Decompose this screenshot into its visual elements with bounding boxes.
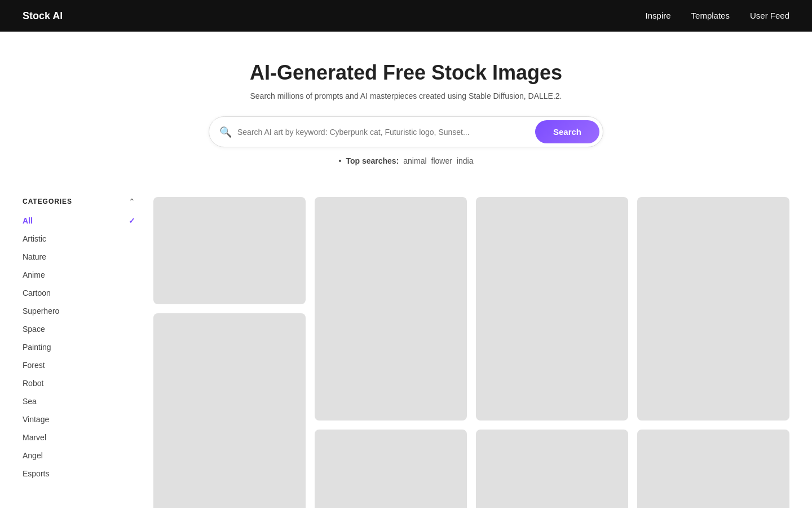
- check-icon: ✓: [129, 216, 135, 225]
- image-card[interactable]: [476, 197, 628, 421]
- image-card[interactable]: [153, 197, 306, 304]
- sidebar-category-cartoon[interactable]: Cartoon: [23, 288, 135, 297]
- sidebar-category-forest[interactable]: Forest: [23, 361, 135, 370]
- nav-inspire[interactable]: Inspire: [646, 11, 671, 20]
- top-search-india[interactable]: india: [457, 156, 474, 165]
- sidebar-category-nature[interactable]: Nature: [23, 252, 135, 261]
- image-card[interactable]: [637, 197, 789, 421]
- main-layout: CATEGORIES ⌃ All✓ArtisticNatureAnimeCart…: [0, 197, 812, 508]
- image-card[interactable]: [315, 197, 467, 421]
- search-icon: 🔍: [219, 126, 232, 138]
- sidebar: CATEGORIES ⌃ All✓ArtisticNatureAnimeCart…: [23, 197, 135, 508]
- sidebar-category-space[interactable]: Space: [23, 325, 135, 334]
- categories-label: CATEGORIES: [23, 198, 72, 205]
- sidebar-category-robot[interactable]: Robot: [23, 379, 135, 388]
- image-card[interactable]: [153, 313, 306, 508]
- search-input[interactable]: [237, 128, 535, 137]
- sidebar-category-anime[interactable]: Anime: [23, 270, 135, 279]
- sidebar-category-angel[interactable]: Angel: [23, 451, 135, 460]
- chevron-up-icon[interactable]: ⌃: [129, 197, 135, 206]
- search-button[interactable]: Search: [535, 120, 599, 143]
- logo: Stock AI: [23, 10, 63, 22]
- top-searches-label: Top searches:: [346, 156, 399, 165]
- sidebar-header: CATEGORIES ⌃: [23, 197, 135, 206]
- nav-templates[interactable]: Templates: [691, 11, 730, 20]
- hero-section: AI-Generated Free Stock Images Search mi…: [0, 32, 812, 197]
- search-bar: 🔍 Search: [209, 116, 603, 147]
- top-search-animal[interactable]: animal: [403, 156, 426, 165]
- navbar: Stock AI Inspire Templates User Feed: [0, 0, 812, 32]
- sidebar-category-marvel[interactable]: Marvel: [23, 433, 135, 442]
- hero-title: AI-Generated Free Stock Images: [11, 61, 801, 85]
- image-grid: [153, 197, 789, 508]
- nav-user-feed[interactable]: User Feed: [750, 11, 789, 20]
- nav-links: Inspire Templates User Feed: [646, 11, 789, 21]
- sidebar-category-artistic[interactable]: Artistic: [23, 234, 135, 243]
- category-list: All✓ArtisticNatureAnimeCartoonSuperheroS…: [23, 216, 135, 478]
- image-card[interactable]: [637, 430, 789, 508]
- sidebar-category-painting[interactable]: Painting: [23, 343, 135, 352]
- image-card[interactable]: [315, 430, 467, 508]
- top-search-flower[interactable]: flower: [431, 156, 452, 165]
- image-card[interactable]: [476, 430, 628, 508]
- sidebar-category-superhero[interactable]: Superhero: [23, 306, 135, 316]
- sidebar-category-sea[interactable]: Sea: [23, 397, 135, 406]
- hero-subtitle: Search millions of prompts and AI master…: [11, 91, 801, 100]
- sidebar-category-esports[interactable]: Esports: [23, 469, 135, 478]
- top-searches: • Top searches: animal flower india: [11, 156, 801, 165]
- sidebar-category-all[interactable]: All✓: [23, 216, 135, 225]
- sidebar-category-vintage[interactable]: Vintage: [23, 415, 135, 424]
